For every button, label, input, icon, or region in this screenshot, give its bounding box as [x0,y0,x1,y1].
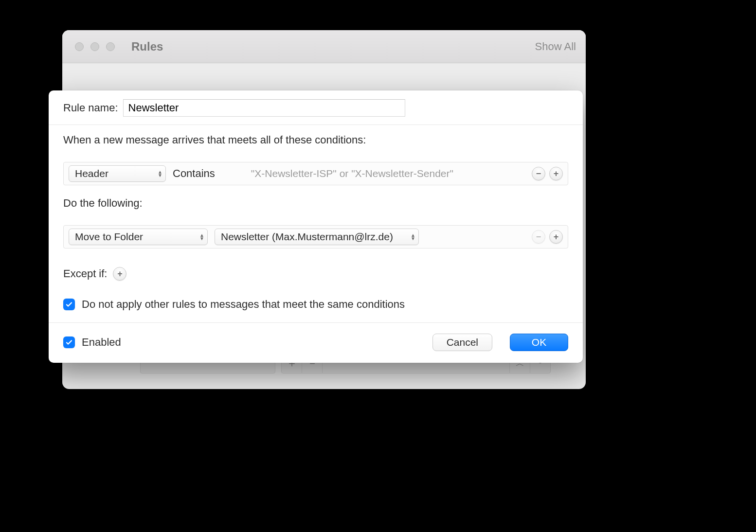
window-titlebar: Rules Show All [62,30,586,63]
rule-body-section: When a new message arrives that meets al… [49,125,583,322]
action-type-value: Move to Folder [75,231,143,243]
enabled-checkbox[interactable] [63,337,75,348]
except-if-label: Except if: [63,267,107,280]
add-condition-button[interactable]: + [549,167,563,180]
stepper-arrows-icon: ▲▼ [199,233,204,240]
stepper-arrows-icon: ▲▼ [158,170,162,177]
rule-name-section: Rule name: [49,90,583,124]
plus-icon: + [554,232,559,241]
add-exception-button[interactable]: + [113,267,126,281]
plus-icon: + [117,269,123,278]
sheet-footer: Enabled Cancel OK [49,322,583,363]
condition-field-value: Header [75,168,108,179]
edit-rule-sheet: Rule name: When a new message arrives th… [49,90,583,363]
cancel-button[interactable]: Cancel [432,334,492,351]
action-row: Move to Folder ▲▼ Newsletter (Max.Muster… [63,225,568,248]
check-icon [65,301,73,308]
window-controls [75,42,115,51]
remove-action-button: − [532,230,545,244]
check-icon [65,338,73,346]
close-window-icon[interactable] [75,42,84,51]
except-if-row: Except if: + [63,267,568,281]
condition-operator-label: Contains [173,167,215,180]
rule-name-label: Rule name: [63,102,118,114]
stop-processing-checkbox[interactable] [63,299,75,310]
show-all-button[interactable]: Show All [535,40,576,53]
action-type-popup[interactable]: Move to Folder ▲▼ [69,229,208,245]
minus-icon: − [536,232,541,241]
actions-heading: Do the following: [63,197,568,210]
condition-field-popup[interactable]: Header ▲▼ [69,165,166,182]
remove-condition-button[interactable]: − [532,167,545,180]
plus-icon: + [554,169,559,178]
action-target-popup[interactable]: Newsletter (Max.Mustermann@lrz.de) ▲▼ [215,229,419,245]
enabled-row: Enabled [63,336,121,349]
add-action-button[interactable]: + [549,230,563,244]
rule-name-input[interactable] [123,99,405,117]
stepper-arrows-icon: ▲▼ [411,233,415,240]
window-title: Rules [131,40,163,53]
minimize-window-icon[interactable] [90,42,99,51]
stop-processing-row: Do not apply other rules to messages tha… [63,298,568,311]
ok-button[interactable]: OK [510,334,568,351]
zoom-window-icon[interactable] [106,42,115,51]
conditions-heading: When a new message arrives that meets al… [63,134,568,146]
stop-processing-label: Do not apply other rules to messages tha… [82,298,405,311]
minus-icon: − [536,169,541,178]
condition-value-placeholder[interactable]: "X-Newsletter-ISP" or "X-Newsletter-Send… [251,168,453,179]
enabled-label: Enabled [82,336,121,349]
condition-row: Header ▲▼ Contains "X-Newsletter-ISP" or… [63,162,568,185]
action-target-value: Newsletter (Max.Mustermann@lrz.de) [221,231,393,243]
